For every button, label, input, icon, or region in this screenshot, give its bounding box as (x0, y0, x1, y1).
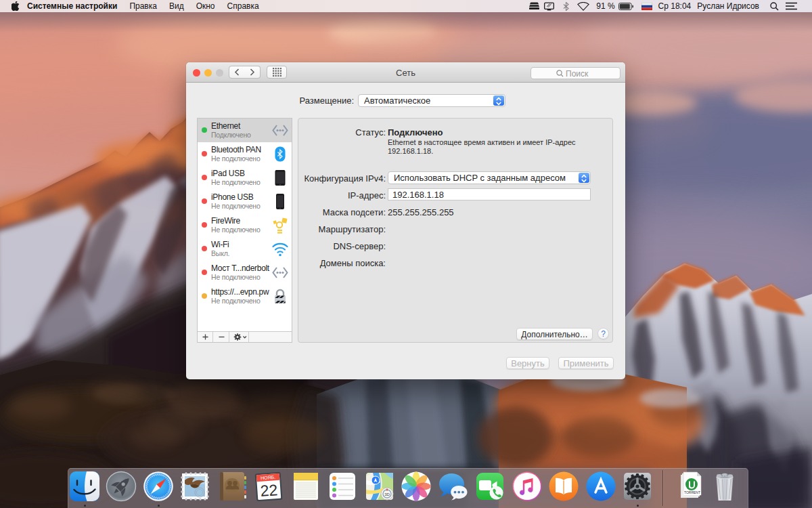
svg-text:22: 22 (260, 481, 278, 500)
svg-text:TORRENT: TORRENT (684, 490, 700, 494)
svg-text:3D: 3D (384, 492, 390, 496)
